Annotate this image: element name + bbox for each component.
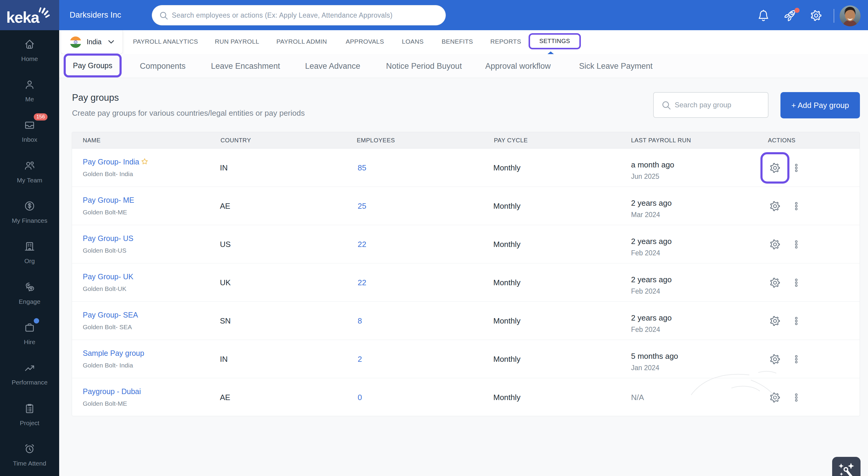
svg-text:keka: keka bbox=[6, 9, 40, 26]
